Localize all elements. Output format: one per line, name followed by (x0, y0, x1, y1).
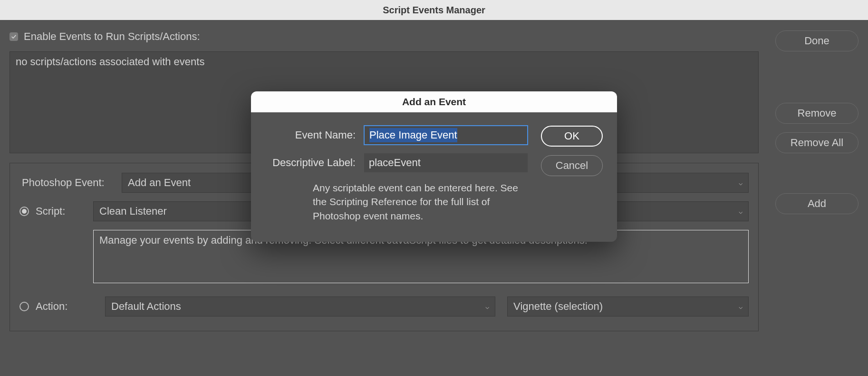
event-name-label: Event Name: (265, 129, 356, 141)
descriptive-label-value: placeEvent (369, 157, 421, 169)
modal-buttons: OK Cancel (541, 126, 603, 223)
modal-form: Event Name: Place Image Event Descriptiv… (265, 126, 528, 223)
event-name-input[interactable]: Place Image Event (364, 126, 528, 145)
modal-help-text: Any scriptable event can be entered here… (313, 181, 528, 223)
descriptive-label-input[interactable]: placeEvent (364, 153, 528, 172)
descriptive-label-label: Descriptive Label: (265, 157, 356, 169)
cancel-button[interactable]: Cancel (541, 155, 603, 176)
modal-titlebar: Add an Event (251, 91, 617, 112)
event-name-row: Event Name: Place Image Event (265, 126, 528, 145)
ok-button[interactable]: OK (541, 126, 603, 147)
descriptive-label-row: Descriptive Label: placeEvent (265, 153, 528, 172)
modal-title-text: Add an Event (402, 96, 466, 108)
modal-body: Event Name: Place Image Event Descriptiv… (251, 112, 617, 242)
event-name-value: Place Image Event (369, 128, 457, 142)
modal-overlay: Add an Event Event Name: Place Image Eve… (0, 0, 868, 376)
add-event-modal: Add an Event Event Name: Place Image Eve… (251, 91, 617, 242)
